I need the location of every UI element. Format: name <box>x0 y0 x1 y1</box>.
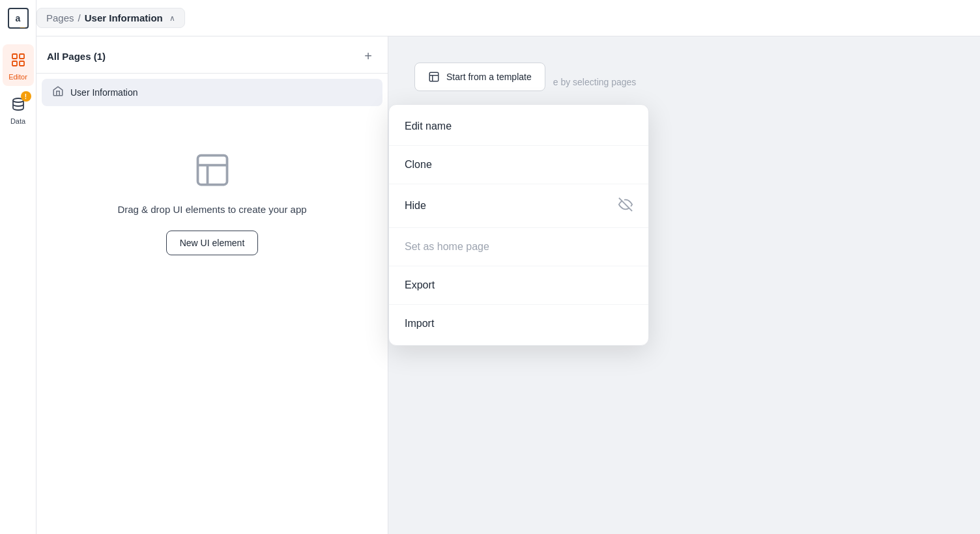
context-menu-set-home: Set as home page <box>389 231 648 263</box>
pages-panel-title: All Pages (1) <box>47 51 106 62</box>
hide-label: Hide <box>405 200 426 212</box>
home-icon <box>52 85 64 100</box>
start-from-template-button[interactable]: Start from a template <box>414 63 545 91</box>
context-menu-divider-1 <box>389 145 648 146</box>
canvas-empty-text: Drag & drop UI elements to create your a… <box>117 203 306 218</box>
sidebar-data-label: Data <box>10 117 25 125</box>
new-ui-element-button[interactable]: New UI element <box>166 231 259 255</box>
layout-icon <box>193 150 232 190</box>
clone-label: Clone <box>405 159 432 171</box>
pages-panel: All Pages (1) + User Information Drag & … <box>36 36 388 534</box>
template-btn-label: Start from a template <box>446 72 532 82</box>
add-page-button[interactable]: + <box>359 47 377 65</box>
breadcrumb-separator: / <box>78 12 81 23</box>
page-item-user-information[interactable]: User Information <box>42 79 382 106</box>
sidebar-item-editor[interactable]: Editor <box>3 44 34 86</box>
breadcrumb-current: User Information <box>85 12 163 23</box>
context-menu-import[interactable]: Import <box>389 307 648 340</box>
canvas-hint: e by selecting pages <box>553 77 637 87</box>
template-area: Start from a template e by selecting pag… <box>388 63 636 102</box>
page-item-label: User Information <box>70 87 137 98</box>
chevron-up-icon: ∧ <box>169 14 175 23</box>
breadcrumb-parent: Pages <box>46 12 74 23</box>
export-label: Export <box>405 279 435 291</box>
context-menu-export[interactable]: Export <box>389 269 648 302</box>
svg-rect-1 <box>20 54 24 59</box>
context-menu-divider-5 <box>389 304 648 305</box>
context-menu-divider-3 <box>389 227 648 228</box>
set-home-label: Set as home page <box>405 241 489 253</box>
context-menu-divider-2 <box>389 184 648 184</box>
context-menu-edit-name[interactable]: Edit name <box>389 110 648 143</box>
edit-name-label: Edit name <box>405 120 452 132</box>
logo-icon: a <box>8 8 29 29</box>
context-menu-clone[interactable]: Clone <box>389 148 648 181</box>
left-sidebar: Editor ! Data <box>0 36 36 534</box>
svg-rect-6 <box>429 72 439 81</box>
eye-off-icon <box>618 197 633 214</box>
top-bar: a Pages / User Information ∧ <box>0 0 980 36</box>
context-menu: Edit name Clone Hide Set as home page Ex… <box>388 104 649 346</box>
sidebar-editor-label: Editor <box>8 73 27 81</box>
import-label: Import <box>405 318 434 330</box>
context-menu-hide[interactable]: Hide <box>389 187 648 225</box>
editor-icon <box>8 49 29 70</box>
pages-panel-header: All Pages (1) + <box>36 36 388 74</box>
svg-rect-5 <box>197 156 227 185</box>
sidebar-item-data[interactable]: ! Data <box>3 89 34 130</box>
data-badge: ! <box>21 91 31 102</box>
breadcrumb[interactable]: Pages / User Information ∧ <box>36 8 185 28</box>
data-icon: ! <box>8 94 29 115</box>
context-menu-divider-4 <box>389 266 648 266</box>
svg-rect-2 <box>12 61 17 66</box>
svg-rect-0 <box>12 54 17 59</box>
app-logo: a <box>0 0 36 36</box>
svg-rect-3 <box>20 61 24 66</box>
canvas-empty-state: Drag & drop UI elements to create your a… <box>36 111 388 255</box>
